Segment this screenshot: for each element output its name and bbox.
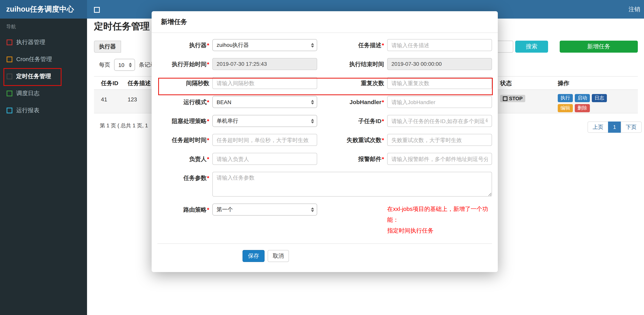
interval-input[interactable]: [212, 77, 317, 89]
stop-square-icon: [503, 96, 508, 101]
cell-task-id: 41: [101, 96, 107, 103]
current-page-button[interactable]: 1: [608, 122, 621, 133]
executor-filter-label: 执行器: [94, 41, 121, 53]
edit-button[interactable]: 编辑: [558, 104, 573, 112]
square-icon: [6, 107, 12, 113]
sidebar-item-executor-management[interactable]: 执行器管理: [0, 34, 87, 51]
alarm-email-label: 报警邮件*: [320, 153, 384, 165]
task-desc-label: 任务描述*: [320, 39, 384, 51]
sidebar-item-run-report[interactable]: 运行报表: [0, 102, 87, 119]
square-icon: [6, 90, 12, 96]
spacer: [320, 204, 384, 236]
pagination: 上页 1 下页: [588, 122, 642, 133]
next-page-button[interactable]: 下页: [621, 122, 642, 133]
task-form: 执行器* zuihou执行器 任务描述* 执行开始时间* 2019-07-30 …: [158, 39, 492, 236]
retry-count-label: 失败重试次数*: [320, 134, 384, 146]
search-button[interactable]: 搜索: [515, 41, 548, 53]
col-header-task-id: 任务ID: [101, 77, 118, 89]
per-page-prefix: 每页: [99, 59, 110, 71]
add-task-button[interactable]: 新增任务: [560, 41, 638, 53]
add-task-modal: 新增任务 执行器* zuihou执行器 任务描述* 执行开: [152, 11, 498, 272]
alarm-email-input[interactable]: [387, 153, 492, 165]
modal-body: 执行器* zuihou执行器 任务描述* 执行开始时间* 2019-07-30 …: [152, 33, 498, 272]
delete-button[interactable]: 删除: [575, 104, 590, 112]
sidebar: 导航 执行器管理 Cron任务管理 定时任务管理 调度日志 运行报表: [0, 19, 87, 315]
status-badge: STOP: [500, 95, 525, 102]
retry-count-input[interactable]: [387, 134, 492, 146]
owner-label: 负责人*: [158, 153, 209, 165]
execute-button[interactable]: 执行: [558, 94, 573, 102]
dropdown-arrows-icon: [311, 207, 314, 212]
dropdown-arrows-icon: [129, 63, 132, 67]
page-title: 定时任务管理: [94, 20, 150, 33]
end-time-label: 执行结束时间*: [320, 58, 384, 70]
feature-hint-text: 在xxl-jobs项目的基础上，新增了一个功能： 指定时间执行任务: [387, 204, 492, 236]
block-strategy-select[interactable]: 单机串行: [212, 115, 317, 127]
timeout-input[interactable]: [212, 134, 317, 146]
executor-label: 执行器*: [158, 39, 209, 51]
per-page-select[interactable]: 10: [114, 59, 135, 71]
sidebar-item-scheduled-task-management[interactable]: 定时任务管理: [0, 68, 87, 85]
pagination-summary: 第 1 页 ( 总共 1 页, 1: [100, 122, 148, 129]
repeat-count-label: 重复次数*: [320, 77, 384, 89]
square-icon: [6, 39, 12, 45]
col-header-operations: 操作: [558, 77, 569, 89]
owner-input[interactable]: [212, 153, 317, 165]
modal-footer: 保存 取消: [158, 244, 492, 262]
brand-title: zuihou任务调度中心: [0, 0, 87, 19]
log-button[interactable]: 日志: [592, 94, 607, 102]
square-icon: [6, 56, 12, 62]
route-strategy-label: 路由策略*: [158, 204, 209, 236]
child-task-label: 子任务ID*: [320, 115, 384, 127]
jobhandler-input[interactable]: [387, 96, 492, 108]
child-task-input[interactable]: [387, 115, 492, 127]
task-desc-input[interactable]: [387, 39, 492, 51]
repeat-count-input[interactable]: [387, 77, 492, 89]
start-time-field[interactable]: 2019-07-30 17:25:43: [212, 58, 317, 70]
start-button[interactable]: 启动: [575, 94, 590, 102]
collapse-menu-icon[interactable]: [94, 7, 100, 13]
dropdown-arrows-icon: [311, 119, 314, 123]
jobhandler-label: JobHandler*: [320, 96, 384, 108]
cell-task-desc: 123: [128, 96, 137, 103]
modal-title: 新增任务: [152, 11, 498, 33]
per-page-value: 10: [118, 62, 124, 68]
block-strategy-label: 阻塞处理策略*: [158, 115, 209, 127]
job-params-textarea[interactable]: [212, 172, 492, 197]
sidebar-item-cron-task-management[interactable]: Cron任务管理: [0, 51, 87, 68]
run-mode-select[interactable]: BEAN: [212, 96, 317, 108]
sidebar-item-label: 执行器管理: [16, 39, 45, 46]
run-mode-label: 运行模式*: [158, 96, 209, 108]
sidebar-item-label: 定时任务管理: [16, 73, 51, 80]
executor-select[interactable]: zuihou执行器: [212, 39, 317, 51]
start-time-label: 执行开始时间*: [158, 58, 209, 70]
col-header-task-desc: 任务描述: [128, 77, 151, 89]
sidebar-item-label: Cron任务管理: [16, 56, 52, 63]
job-params-label: 任务参数*: [158, 172, 209, 197]
sidebar-item-label: 调度日志: [16, 90, 40, 97]
interval-label: 间隔秒数*: [158, 77, 209, 89]
sidebar-item-dispatch-log[interactable]: 调度日志: [0, 85, 87, 102]
save-button[interactable]: 保存: [242, 250, 264, 262]
route-strategy-select[interactable]: 第一个: [212, 204, 317, 216]
sidebar-header: 导航: [0, 19, 87, 34]
sidebar-item-label: 运行报表: [16, 107, 40, 114]
dropdown-arrows-icon: [311, 100, 314, 104]
prev-page-button[interactable]: 上页: [588, 122, 608, 133]
cancel-button[interactable]: 取消: [268, 250, 289, 262]
logout-link[interactable]: 注销: [628, 0, 640, 19]
row-operations: 执行 启动 日志 编辑 删除: [558, 94, 609, 112]
end-time-field[interactable]: 2019-07-30 00:00:00: [387, 58, 492, 70]
square-icon: [6, 73, 12, 79]
timeout-label: 任务超时时间*: [158, 134, 209, 146]
col-header-status: 状态: [500, 77, 512, 89]
app-screen: zuihou任务调度中心 注销 导航 执行器管理 Cron任务管理 定时任务管理…: [0, 0, 644, 315]
dropdown-arrows-icon: [311, 43, 314, 47]
